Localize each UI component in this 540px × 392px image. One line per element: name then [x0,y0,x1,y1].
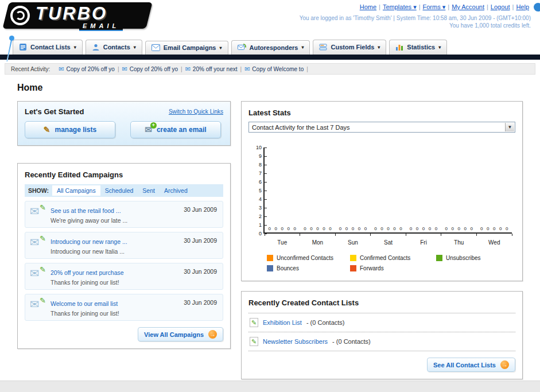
tab-label: Statistics [407,44,435,51]
recent-activity-item[interactable]: ✉20% off your next [185,65,238,73]
campaign-date: 30 Jun 2009 [184,268,217,275]
campaign-row[interactable]: ✉✎Introducing our new range ...Introduci… [25,232,223,259]
campaign-link[interactable]: 20% off your next purchase [50,269,124,276]
chevron-down-icon: ▾ [134,45,136,50]
contact-lists-title: Recently Created Contact Lists [248,298,515,307]
turbo-email-logo[interactable]: TURBO EMAIL [6,2,156,32]
arrow-right-icon: → [208,330,217,339]
legend-swatch [436,255,442,261]
filter-links: All CampaignsScheduledSentArchived [52,187,192,194]
activity-text: Copy of 20% off yo [130,66,178,72]
top-link-templates[interactable]: Templates ▾ [383,3,417,10]
recently-edited-campaigns-panel: Recently Edited Campaigns SHOW: All Camp… [17,163,231,349]
x-axis-label: Fri [406,239,441,246]
campaign-link[interactable]: Welcome to our email list [50,300,118,307]
credits-info: You have 1,000 total credits left. [300,22,531,29]
tab-custom-fields[interactable]: Custom Fields▾ [313,40,386,55]
top-link-home[interactable]: Home [360,3,376,10]
y-axis-label: 10 [256,145,262,150]
campaign-date: 30 Jun 2009 [184,299,217,306]
contact-list-item[interactable]: ✎Newsletter Subscribers- (0 Contacts) [248,332,515,351]
contact-activity-chart: 109876543210 000000000000000000000000000… [254,148,512,235]
chevron-down-icon: ▾ [378,45,380,50]
campaign-row[interactable]: ✉✎Welcome to our email listThanks for jo… [25,294,223,321]
filter-sent[interactable]: Sent [138,185,160,196]
create-email-label: create an email [157,126,207,134]
see-all-contact-lists-button[interactable]: See All Contact Lists → [427,358,515,372]
recent-activity-items: ✉Copy of 20% off yo|✉Copy of 20% off yo|… [56,65,308,73]
tab-statistics[interactable]: Statistics▾ [389,40,447,55]
contact-list-link[interactable]: Newsletter Subscribers [263,338,328,345]
campaign-date: 30 Jun 2009 [184,206,217,213]
pencil-icon: ✎ [44,125,50,134]
campaign-link[interactable]: Introducing our new range ... [50,238,127,245]
view-all-campaigns-button[interactable]: View All Campaigns → [138,327,223,341]
chevron-down-icon: ▾ [219,45,222,51]
y-axis-label: 0 [259,231,262,236]
autoresponders-icon [238,44,246,51]
top-link-help[interactable]: Help [516,3,529,10]
y-axis-label: 9 [259,153,262,159]
contact-list-link[interactable]: Exhibition List [263,319,302,326]
y-axis-label: 1 [259,222,262,228]
chart-value-group: 00000 [335,226,371,231]
tab-autoresponders[interactable]: Autoresponders▾ [231,40,310,55]
page-title: Home [17,83,523,93]
x-axis-label: Sun [335,239,371,246]
main-content: Home Let's Get Started Switch to Quick L… [0,75,540,379]
get-started-panel: Let's Get Started Switch to Quick Links … [17,101,231,146]
logo-title: TURBO [36,3,107,24]
campaign-row[interactable]: ✉✎20% off your next purchaseThanks for j… [25,263,223,290]
contact-list-item[interactable]: ✎Exhibition List- (0 Contacts) [248,313,515,332]
activity-text: Copy of 20% off yo [67,66,115,72]
filter-archived[interactable]: Archived [160,185,192,196]
chart-y-axis: 109876543210 [254,148,263,235]
recent-activity-item[interactable]: ✉Copy of Welcome to [244,65,304,73]
x-axis-label: Tue [265,239,300,246]
switch-quick-links-link[interactable]: Switch to Quick Links [169,108,223,115]
contact-list-count: - (0 Contacts) [332,338,371,345]
logo-subtitle: EMAIL [79,22,123,31]
top-link-my-account[interactable]: My Account [452,3,484,10]
chevron-down-icon: ▾ [301,45,304,50]
manage-lists-button[interactable]: ✎ manage lists [25,121,115,138]
chart-x-axis-labels: TueMonSunSatFriThuWed [265,239,512,246]
help-bubble-icon[interactable] [534,3,540,11]
top-link-forms[interactable]: Forms ▾ [423,3,446,10]
chevron-down-icon: ▾ [74,45,76,50]
campaign-link[interactable]: See us at the retail food ... [50,207,121,214]
legend-label: Confirmed Contacts [360,255,410,261]
legend-label: Unconfirmed Contacts [277,255,333,261]
campaign-list: ✉✎See us at the retail food ...We're giv… [25,201,223,321]
create-email-button[interactable]: ✉+ create an email [130,121,221,138]
tab-contact-lists[interactable]: Contact Lists▾ [13,40,83,55]
legend-item-confirmed-contacts: Confirmed Contacts [350,255,436,261]
latest-stats-panel: Latest Stats Contact Activity for the La… [241,101,523,281]
recent-activity-item[interactable]: ✉Copy of 20% off yo [59,65,115,73]
filter-scheduled[interactable]: Scheduled [100,185,138,196]
filter-all-campaigns[interactable]: All Campaigns [52,185,100,196]
tab-label: Autoresponders [250,44,298,51]
header-right: Home|Templates ▾|Forms ▾|My Account|Logo… [300,3,531,29]
email-campaigns-icon [151,44,160,51]
top-nav: Home|Templates ▾|Forms ▾|My Account|Logo… [300,3,531,11]
stats-period-select[interactable]: Contact Activity for the Last 7 Days ▼ [248,122,515,133]
recent-activity-item[interactable]: ✉Copy of 20% off yo [122,65,178,73]
tab-label: Contact Lists [30,44,71,51]
top-link-logout[interactable]: Logout [491,3,510,10]
envelope-pencil-icon: ✉✎ [30,267,45,280]
tab-email-campaigns[interactable]: Email Campaigns▾ [145,41,228,55]
latest-stats-title: Latest Stats [248,108,515,117]
envelope-icon: ✉ [122,65,127,73]
envelope-pencil-icon: ✉✎ [30,236,45,249]
x-axis-label: Thu [441,239,477,246]
contact-lists-icon [19,43,27,51]
envelope-icon: ✉ [59,65,64,73]
chart-value-group: 00000 [265,226,300,231]
legend-swatch [350,265,356,271]
y-axis-label: 5 [259,188,262,193]
pencil-page-icon: ✎ [250,318,258,327]
campaign-row[interactable]: ✉✎See us at the retail food ...We're giv… [25,201,223,228]
tab-contacts[interactable]: Contacts▾ [86,40,142,55]
recent-activity-bar: Recent Activity: ✉Copy of 20% off yo|✉Co… [5,63,535,75]
